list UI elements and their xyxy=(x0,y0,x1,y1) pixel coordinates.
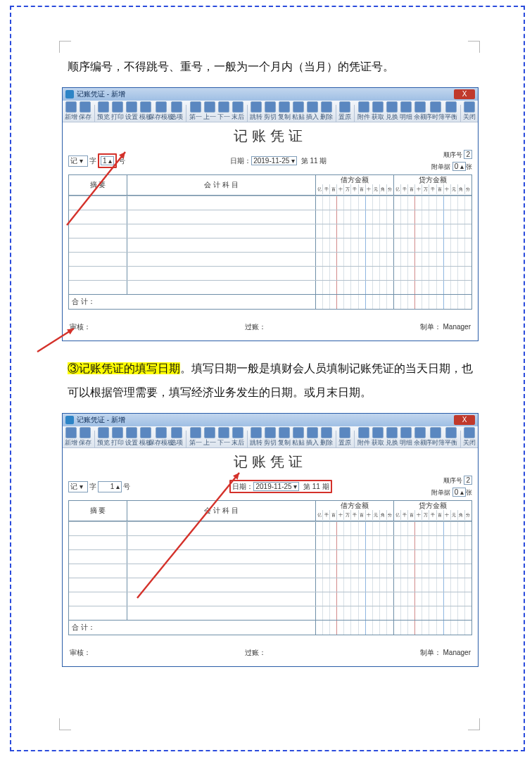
voucher-date-area: 日期：2019-11-25 ▾ 第 11 期 xyxy=(125,156,431,166)
window-title: 记账凭证 - 新增 xyxy=(77,89,125,99)
table-row[interactable] xyxy=(69,252,471,266)
toolbar-btn-22[interactable]: 明细 xyxy=(400,427,412,447)
attachment-input[interactable]: 0 ▴ xyxy=(452,488,466,497)
toolbar-icon xyxy=(98,101,109,113)
date-input[interactable]: 2019-11-25 ▾ xyxy=(253,482,299,491)
footer-make: 制单： Manager xyxy=(420,648,471,658)
toolbar-btn-26[interactable]: 关闭 xyxy=(463,101,476,122)
toolbar-icon xyxy=(80,101,91,113)
toolbar-btn-3[interactable]: 打印 xyxy=(111,427,124,447)
toolbar-btn-4[interactable]: 设置 xyxy=(125,101,138,122)
toolbar-btn-1[interactable]: 保存 xyxy=(79,101,91,122)
toolbar-btn-0[interactable]: 新增 xyxy=(65,101,77,122)
toolbar-btn-2[interactable]: 预览 xyxy=(97,427,110,447)
toolbar-btn-4[interactable]: 设置 xyxy=(125,427,138,447)
toolbar-btn-17[interactable]: 删除 xyxy=(320,427,333,447)
toolbar-btn-25[interactable]: 平衡 xyxy=(445,427,457,447)
table-row[interactable] xyxy=(69,196,471,210)
toolbar-btn-1[interactable]: 保存 xyxy=(79,427,91,447)
toolbar-btn-18[interactable]: 置原 xyxy=(338,427,351,447)
toolbar-btn-0[interactable]: 新增 xyxy=(65,427,77,447)
table-row[interactable] xyxy=(69,535,471,549)
app-icon xyxy=(65,416,74,424)
toolbar-btn-20[interactable]: 获取 xyxy=(372,101,384,122)
toolbar-btn-10[interactable]: 下一 xyxy=(217,101,230,122)
toolbar-btn-20[interactable]: 获取 xyxy=(372,427,384,447)
attachment-input[interactable]: 0 ▴ xyxy=(452,162,466,171)
toolbar-btn-13[interactable]: 剪切 xyxy=(264,427,277,447)
toolbar-btn-8[interactable]: 第一 xyxy=(189,101,202,122)
table-row[interactable] xyxy=(69,238,471,252)
table-row[interactable] xyxy=(69,224,471,238)
zi-prefix-select[interactable]: 记 ▾ xyxy=(68,481,88,492)
toolbar-btn-26[interactable]: 关闭 xyxy=(463,427,476,447)
toolbar-btn-7[interactable]: 选项 xyxy=(170,427,183,447)
sequence-input[interactable]: 2 xyxy=(464,476,472,485)
toolbar-icon xyxy=(112,101,123,113)
hdr-account: 会 计 科 目 xyxy=(127,175,315,196)
voucher-grid: 摘 要 会 计 科 目 借方金额亿千百十万千百十元角分 贷方金额亿千百十万千百十… xyxy=(68,174,472,310)
toolbar-btn-14[interactable]: 复制 xyxy=(278,101,291,122)
paragraph-3: ③记账凭证的填写日期。填写日期一般是填财会人员填制记账凭证的当天日期，也可以根据… xyxy=(68,357,473,405)
toolbar-btn-18[interactable]: 置原 xyxy=(338,101,351,122)
close-button[interactable]: X xyxy=(454,89,475,99)
toolbar-btn-24[interactable]: 序时簿 xyxy=(428,427,443,447)
toolbar: 新增保存预览打印设置模板保存模板选项第一上一下一末后跳转剪切复制粘贴插入删除置原… xyxy=(63,426,478,448)
voucher-number-input[interactable]: 1 ▴ xyxy=(98,481,122,492)
toolbar-icon xyxy=(156,427,167,438)
toolbar-btn-12[interactable]: 跳转 xyxy=(250,427,262,447)
voucher-number-input[interactable]: 1 ▴ xyxy=(101,156,114,165)
date-input[interactable]: 2019-11-25 ▾ xyxy=(251,156,297,165)
table-row[interactable] xyxy=(69,266,471,280)
table-row[interactable] xyxy=(69,521,471,535)
toolbar-btn-15[interactable]: 粘贴 xyxy=(292,427,305,447)
toolbar-btn-6[interactable]: 保存模板 xyxy=(153,101,169,122)
toolbar-btn-23[interactable]: 余额 xyxy=(414,427,426,447)
toolbar-btn-21[interactable]: 兑换 xyxy=(386,427,398,447)
grid-total-row: 合 计： xyxy=(69,294,471,309)
toolbar-btn-8[interactable]: 第一 xyxy=(189,427,202,447)
zi-prefix-select[interactable]: 记 ▾ xyxy=(68,155,88,167)
toolbar-btn-23[interactable]: 余额 xyxy=(414,101,426,122)
toolbar-btn-15[interactable]: 粘贴 xyxy=(292,101,305,122)
table-row[interactable] xyxy=(69,210,471,224)
toolbar-btn-11[interactable]: 末后 xyxy=(232,101,244,122)
toolbar-btn-25[interactable]: 平衡 xyxy=(445,101,457,122)
toolbar-btn-14[interactable]: 复制 xyxy=(278,427,291,447)
toolbar-btn-17[interactable]: 删除 xyxy=(320,101,333,122)
toolbar-btn-10[interactable]: 下一 xyxy=(217,427,230,447)
toolbar-btn-2[interactable]: 预览 xyxy=(97,101,110,122)
toolbar-btn-6[interactable]: 保存模板 xyxy=(153,427,169,447)
table-row[interactable] xyxy=(69,606,471,620)
toolbar-btn-19[interactable]: 附件 xyxy=(357,101,370,122)
toolbar-btn-16[interactable]: 插入 xyxy=(306,427,319,447)
close-button[interactable]: X xyxy=(454,415,475,425)
toolbar-btn-12[interactable]: 跳转 xyxy=(250,101,262,122)
window-titlebar: 记账凭证 - 新增 X xyxy=(63,88,478,101)
table-row[interactable] xyxy=(69,578,471,592)
toolbar-icon xyxy=(265,427,276,438)
toolbar-btn-24[interactable]: 序时簿 xyxy=(428,101,443,122)
toolbar-btn-19[interactable]: 附件 xyxy=(357,427,370,447)
toolbar-icon xyxy=(464,101,475,113)
toolbar-icon xyxy=(140,427,151,438)
toolbar-icon xyxy=(126,101,137,113)
toolbar-btn-3[interactable]: 打印 xyxy=(111,101,124,122)
sequence-input[interactable]: 2 xyxy=(464,150,472,159)
toolbar-btn-21[interactable]: 兑换 xyxy=(386,101,398,122)
toolbar-icon xyxy=(339,101,350,113)
toolbar-btn-9[interactable]: 上一 xyxy=(203,427,216,447)
toolbar-icon xyxy=(339,427,350,438)
app-icon xyxy=(65,90,74,98)
toolbar-btn-22[interactable]: 明细 xyxy=(400,101,412,122)
toolbar-btn-16[interactable]: 插入 xyxy=(306,101,319,122)
toolbar-btn-11[interactable]: 末后 xyxy=(232,427,244,447)
toolbar-icon xyxy=(358,427,369,438)
table-row[interactable] xyxy=(69,564,471,578)
table-row[interactable] xyxy=(69,280,471,294)
toolbar-btn-9[interactable]: 上一 xyxy=(203,101,216,122)
toolbar-btn-13[interactable]: 剪切 xyxy=(264,101,277,122)
toolbar-btn-7[interactable]: 选项 xyxy=(170,101,183,122)
table-row[interactable] xyxy=(69,592,471,606)
table-row[interactable] xyxy=(69,549,471,564)
